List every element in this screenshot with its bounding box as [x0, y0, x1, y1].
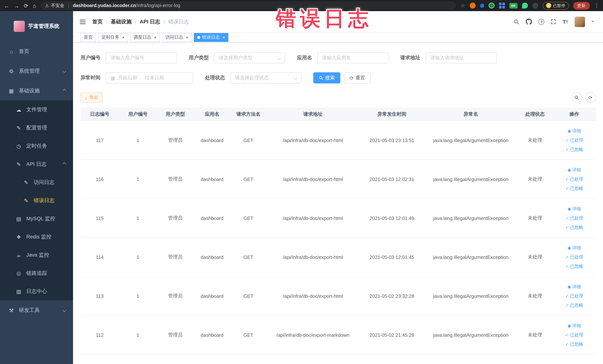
breadcrumb-item[interactable]: 首页 — [92, 18, 103, 25]
cell-method: GET — [230, 254, 267, 260]
sidebar-item-日志中心[interactable]: ▧日志中心 — [0, 282, 73, 300]
sidebar-item-定时任务[interactable]: ◷定时任务 — [0, 137, 73, 155]
filter-app-name: 应用名 请输入应用名 — [297, 52, 388, 63]
user-id-input[interactable]: 请输入用户编号 — [106, 52, 177, 63]
tab-close-icon[interactable]: × — [154, 35, 156, 39]
action-已处理[interactable]: ✓已处理 — [565, 330, 583, 340]
sidebar-item-配置管理[interactable]: ✎配置管理 — [0, 119, 73, 137]
reset-button[interactable]: ⟳ 重置 — [344, 72, 371, 83]
cell-time: 2021-05-02 21:45:28 — [359, 332, 425, 338]
reload-icon[interactable]: ⟳ — [24, 3, 28, 8]
column-header: 请求地址 — [267, 111, 359, 117]
cell-method: GET — [230, 137, 267, 143]
breadcrumb-item[interactable]: API 日志 — [140, 18, 160, 25]
request-url-input[interactable]: 请输入请求地址 — [425, 52, 497, 63]
action-已忽略[interactable]: ✓已忽略 — [565, 223, 583, 232]
tab-调度日志[interactable]: 调度日志× — [130, 33, 160, 42]
home-icon[interactable]: ⌂ — [33, 3, 36, 8]
sidebar-item-错误日志[interactable]: ✎错误日志 — [0, 191, 73, 210]
cell-method: GET — [230, 215, 267, 221]
search-icon[interactable] — [513, 19, 519, 25]
sidebar-item-链路追踪[interactable]: ◎链路追踪 — [0, 264, 73, 282]
cell-user_type: 管理员 — [157, 215, 194, 221]
check-icon: ✓ — [565, 216, 569, 220]
browser-update-button[interactable]: 更新 — [573, 2, 590, 10]
hamburger-icon[interactable] — [80, 18, 86, 25]
sidebar-item-label: 系统管理 — [19, 68, 40, 74]
browser-menu-icon[interactable]: ⋮ — [594, 3, 599, 8]
tab-定时任务[interactable]: 定时任务× — [98, 33, 128, 42]
github-icon[interactable] — [526, 19, 532, 25]
tab-错误日志[interactable]: 错误日志× — [194, 33, 228, 42]
db-icon: ▤ — [16, 216, 22, 222]
action-已忽略[interactable]: ✓已忽略 — [565, 184, 583, 193]
avatar-caret-icon[interactable] — [591, 21, 594, 23]
refresh-table-button[interactable]: ⟳ — [585, 92, 596, 103]
action-已处理[interactable]: ✓已处理 — [565, 252, 583, 262]
tab-close-icon[interactable]: × — [122, 35, 125, 39]
export-button[interactable]: ↓ 导出 — [81, 92, 103, 103]
cell-id: 116 — [81, 176, 119, 182]
tab-首页[interactable]: 首页 — [81, 33, 96, 42]
back-icon[interactable]: ← — [4, 3, 9, 8]
sidebar-item-首页[interactable]: ⌂首页 — [0, 42, 73, 61]
action-已忽略[interactable]: ✓已忽略 — [565, 340, 583, 349]
check-icon: ✓ — [565, 225, 569, 229]
extension-on-badge[interactable]: on — [509, 3, 517, 8]
process-status-select[interactable]: 请选择处理状态 — [230, 72, 302, 83]
check-icon: ✓ — [565, 264, 569, 268]
sidebar-item-Java 监控[interactable]: ☕Java 监控 — [0, 246, 73, 264]
user-type-select[interactable]: 请选择用户类型 — [214, 52, 285, 63]
extension-icon-1[interactable] — [470, 3, 475, 9]
exception-time-range-picker[interactable]: ▦ 开始日期 - 结束日期 — [106, 72, 193, 83]
tab-访问日志[interactable]: 访问日志× — [162, 33, 192, 42]
user-avatar[interactable] — [574, 16, 585, 27]
breadcrumb-item[interactable]: 基础设施 — [111, 18, 132, 25]
sidebar-item-系统管理[interactable]: ⚙系统管理 — [0, 61, 73, 81]
action-详细[interactable]: ◉详细 — [568, 165, 581, 175]
tab-close-icon[interactable]: × — [186, 35, 188, 39]
font-size-icon[interactable]: TT — [562, 19, 568, 24]
address-bar[interactable]: ⚠ 不安全 dashboard.yudao.iocoder.cn/infra/l… — [41, 1, 456, 10]
action-已忽略[interactable]: ✓已忽略 — [565, 262, 583, 271]
action-已处理[interactable]: ✓已处理 — [565, 291, 583, 301]
action-详细[interactable]: ◉详细 — [568, 204, 581, 213]
action-已忽略[interactable]: ✓已忽略 — [565, 301, 583, 310]
bookmark-star-icon[interactable]: ☆ — [461, 3, 465, 8]
action-详细[interactable]: ◉详细 — [568, 321, 581, 330]
extension-icon-2[interactable] — [480, 3, 484, 8]
fullscreen-icon[interactable] — [551, 19, 556, 24]
sidebar-item-研发工具[interactable]: ⚒研发工具 — [0, 300, 73, 320]
action-已忽略[interactable]: ✓已忽略 — [565, 145, 583, 154]
app-name-input[interactable]: 请输入应用名 — [317, 52, 388, 63]
extension-leaf-icon[interactable] — [522, 3, 528, 9]
paused-extension-chip[interactable]: 已暂停 — [543, 2, 568, 10]
search-button[interactable]: 搜索 — [313, 72, 340, 83]
sidebar-item-MySQL 监控[interactable]: ▤MySQL 监控 — [0, 210, 73, 228]
toggle-search-button[interactable] — [571, 92, 582, 103]
sidebar-item-API 日志[interactable]: ✎API 日志 — [0, 155, 73, 173]
chevron-down-icon — [62, 69, 66, 73]
sidebar-item-基础设施[interactable]: ▦基础设施 — [0, 81, 73, 101]
sidebar-item-文件管理[interactable]: ☁文件管理 — [0, 101, 73, 119]
sidebar-item-访问日志[interactable]: ✎访问日志 — [0, 173, 73, 191]
sidebar-item-label: 日志中心 — [26, 288, 47, 295]
help-icon[interactable]: ? — [538, 19, 544, 25]
action-详细[interactable]: ◉详细 — [568, 282, 581, 291]
column-header: 日志编号 — [81, 111, 119, 117]
chevron-up-icon — [62, 89, 66, 93]
action-已处理[interactable]: ✓已处理 — [565, 175, 583, 184]
action-已处理[interactable]: ✓已处理 — [565, 213, 583, 223]
edit-icon: ✎ — [16, 125, 22, 131]
extension-icon-3[interactable] — [488, 3, 494, 9]
extension-paw-icon[interactable] — [532, 3, 538, 9]
action-详细[interactable]: ◉详细 — [568, 126, 581, 136]
tab-close-icon[interactable]: × — [222, 35, 225, 39]
forward-icon[interactable]: → — [14, 3, 19, 8]
table-row: 1171管理员dashboardGET/api/infra/db-doc/exp… — [81, 121, 596, 160]
extensions-grid-icon[interactable] — [499, 3, 505, 9]
action-详细[interactable]: ◉详细 — [568, 243, 581, 252]
sidebar-item-Redis 监控[interactable]: ❖Redis 监控 — [0, 228, 73, 246]
logo[interactable]: 芋道管理系统 — [0, 11, 73, 42]
action-已处理[interactable]: ✓已处理 — [565, 136, 583, 145]
